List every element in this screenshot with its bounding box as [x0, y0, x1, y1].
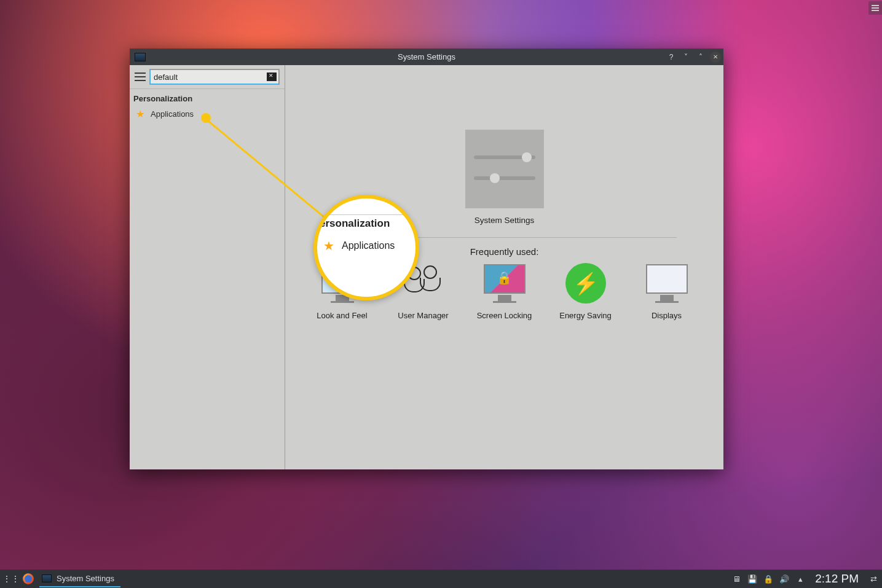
- search-field[interactable]: [149, 69, 280, 85]
- sidebar-toolbar: [130, 65, 285, 89]
- display-tray-icon[interactable]: 🖥: [731, 574, 741, 584]
- maximize-button[interactable]: ˄: [695, 52, 706, 63]
- freq-label: Screen Locking: [477, 311, 532, 320]
- sidebar: Personalization ★ Applications: [130, 65, 285, 469]
- star-icon: ★: [136, 108, 144, 120]
- usb-tray-icon[interactable]: 💾: [747, 574, 757, 584]
- show-desktop-button[interactable]: ⇄: [868, 574, 878, 584]
- freq-label: User Manager: [398, 311, 448, 320]
- callout-anchor-dot: [201, 113, 211, 123]
- display-icon: [645, 263, 688, 302]
- freq-label: Displays: [652, 311, 682, 320]
- sliders-icon: [465, 130, 544, 208]
- tray-expand-icon[interactable]: ▴: [795, 574, 805, 584]
- desktop-toolbox-button[interactable]: [868, 1, 882, 15]
- task-label: System Settings: [57, 574, 114, 583]
- freq-label: Look and Feel: [317, 311, 367, 320]
- lock-monitor-icon: 🔒: [483, 263, 526, 302]
- freq-item-energy-saving[interactable]: ⚡ Energy Saving: [557, 263, 615, 320]
- volume-tray-icon[interactable]: 🔊: [779, 574, 789, 584]
- window-title: System Settings: [130, 52, 723, 61]
- clear-search-button[interactable]: [267, 73, 277, 81]
- firefox-launcher[interactable]: [21, 571, 36, 586]
- help-button[interactable]: ?: [666, 52, 677, 63]
- search-input[interactable]: [152, 73, 267, 82]
- sidebar-item-label: Applications: [151, 109, 194, 119]
- system-settings-window: System Settings ? ˅ ˄ Personalization ★ …: [130, 49, 723, 469]
- freq-label: Energy Saving: [559, 311, 612, 320]
- magnifier-header: ersonalization: [320, 214, 409, 230]
- lock-tray-icon[interactable]: 🔒: [763, 574, 773, 584]
- taskbar-clock[interactable]: 2:12 PM: [815, 572, 859, 586]
- magnifier-item: ★ Applications: [323, 238, 409, 253]
- freq-item-screen-locking[interactable]: 🔒 Screen Locking: [476, 263, 534, 320]
- hero-label: System Settings: [474, 216, 535, 225]
- firefox-icon: [23, 573, 34, 584]
- application-launcher-button[interactable]: ⋮⋮: [4, 571, 18, 586]
- energy-icon: ⚡: [564, 263, 607, 302]
- taskbar: ⋮⋮ System Settings 🖥 💾 🔒 🔊 ▴ 2:12 PM ⇄: [0, 570, 882, 588]
- magnifier-item-label: Applications: [342, 240, 395, 251]
- minimize-button[interactable]: ˅: [680, 52, 691, 63]
- task-system-settings[interactable]: System Settings: [39, 570, 120, 587]
- star-icon: ★: [323, 238, 334, 253]
- frequently-used-title: Frequently used:: [470, 246, 539, 257]
- magnifier-callout: ersonalization ★ Applications: [313, 195, 419, 300]
- settings-app-icon: [42, 574, 52, 582]
- hamburger-menu-button[interactable]: [135, 73, 146, 81]
- close-button[interactable]: [710, 52, 721, 63]
- settings-app-icon: [135, 53, 146, 61]
- window-titlebar[interactable]: System Settings ? ˅ ˄: [130, 49, 723, 65]
- freq-item-displays[interactable]: Displays: [638, 263, 696, 320]
- system-tray: 🖥 💾 🔒 🔊 ▴ 2:12 PM ⇄: [731, 572, 878, 586]
- sidebar-section-personalization: Personalization: [130, 89, 285, 106]
- hero-system-settings[interactable]: System Settings: [465, 130, 544, 225]
